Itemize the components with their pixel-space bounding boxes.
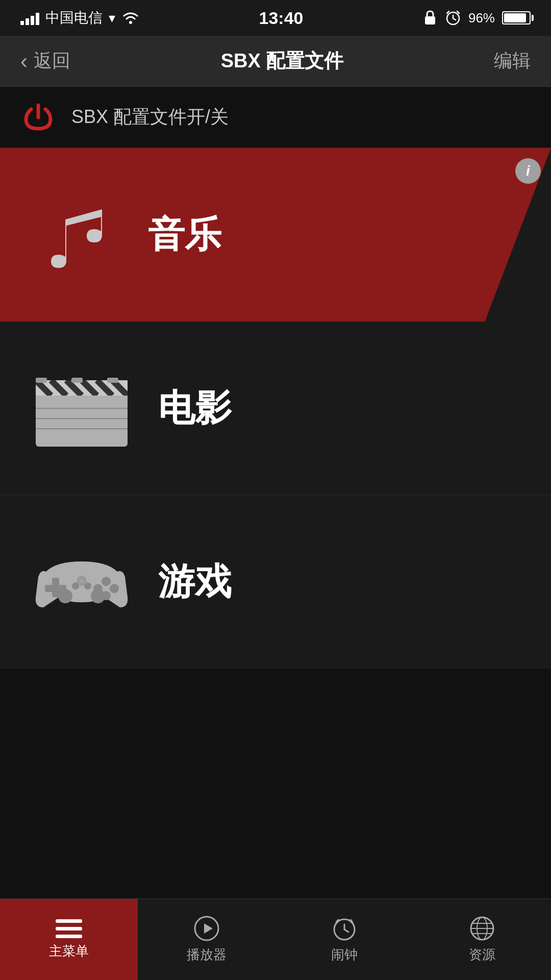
music-section[interactable]: i 音乐 bbox=[0, 148, 551, 322]
tab-alarm[interactable]: 闹钟 bbox=[276, 899, 413, 980]
svg-rect-21 bbox=[71, 378, 83, 383]
wifi-icon: ▾ bbox=[109, 10, 115, 26]
game-section[interactable]: ✕ 游戏 bbox=[0, 495, 551, 669]
main-content: SBX 配置文件开/关 i 音乐 bbox=[0, 87, 551, 898]
wifi-icon-svg bbox=[121, 11, 140, 25]
power-svg-icon bbox=[21, 100, 56, 135]
svg-rect-1 bbox=[425, 16, 435, 24]
battery-icon bbox=[502, 11, 531, 24]
movie-label: 电影 bbox=[158, 384, 232, 433]
svg-line-39 bbox=[344, 929, 348, 932]
svg-point-0 bbox=[129, 21, 132, 24]
tab-resource-label: 资源 bbox=[469, 946, 495, 964]
back-chevron-icon: ‹ bbox=[20, 49, 28, 74]
empty-space bbox=[0, 669, 551, 898]
svg-line-4 bbox=[453, 18, 456, 20]
tab-bar: 主菜单 播放器 闹钟 资源 bbox=[0, 898, 551, 980]
svg-point-31 bbox=[58, 589, 72, 603]
game-label: 游戏 bbox=[158, 557, 232, 606]
svg-point-25 bbox=[102, 577, 111, 586]
tab-main-menu[interactable]: 主菜单 bbox=[0, 899, 138, 980]
tab-player[interactable]: 播放器 bbox=[138, 899, 276, 980]
music-icon bbox=[31, 189, 122, 281]
movie-icon bbox=[31, 368, 133, 449]
tab-player-label: 播放器 bbox=[187, 946, 227, 964]
svg-rect-22 bbox=[107, 378, 118, 383]
svg-line-6 bbox=[457, 11, 459, 13]
edit-button[interactable]: 编辑 bbox=[494, 48, 531, 74]
status-right: 96% bbox=[422, 9, 531, 27]
game-icon: ✕ bbox=[31, 541, 133, 623]
power-icon bbox=[20, 100, 56, 135]
tab-alarm-label: 闹钟 bbox=[331, 946, 358, 964]
hamburger-icon bbox=[56, 919, 82, 938]
lock-icon bbox=[422, 9, 438, 27]
svg-point-32 bbox=[91, 589, 105, 603]
svg-rect-20 bbox=[36, 378, 47, 383]
info-badge-label: i bbox=[526, 163, 530, 179]
status-left: 中国电信 ▾ bbox=[20, 8, 140, 28]
svg-rect-7 bbox=[36, 393, 128, 447]
back-label: 返回 bbox=[34, 48, 70, 74]
carrier-label: 中国电信 bbox=[45, 8, 103, 28]
clock-icon bbox=[331, 915, 358, 942]
svg-text:✕: ✕ bbox=[79, 578, 84, 585]
nav-bar: ‹ 返回 SBX 配置文件 编辑 bbox=[0, 36, 551, 87]
status-bar: 中国电信 ▾ 13:40 96% bbox=[0, 0, 551, 36]
music-label: 音乐 bbox=[148, 210, 221, 259]
alarm-clock-status-icon bbox=[445, 9, 461, 27]
tab-resource[interactable]: 资源 bbox=[413, 899, 551, 980]
battery-percent: 96% bbox=[468, 10, 495, 26]
svg-point-27 bbox=[110, 584, 119, 593]
nav-title: SBX 配置文件 bbox=[221, 48, 344, 74]
play-icon bbox=[193, 915, 220, 942]
globe-icon bbox=[469, 915, 495, 942]
info-badge[interactable]: i bbox=[515, 158, 541, 184]
signal-icon bbox=[20, 11, 39, 25]
nav-back-button[interactable]: ‹ 返回 bbox=[20, 48, 70, 74]
svg-line-5 bbox=[447, 11, 449, 13]
power-label: SBX 配置文件开/关 bbox=[71, 105, 229, 130]
movie-section[interactable]: 电影 bbox=[0, 322, 551, 495]
status-time: 13:40 bbox=[259, 8, 303, 28]
power-toggle-row[interactable]: SBX 配置文件开/关 bbox=[0, 87, 551, 148]
tab-main-menu-label: 主菜单 bbox=[49, 942, 89, 960]
svg-marker-36 bbox=[204, 923, 213, 934]
